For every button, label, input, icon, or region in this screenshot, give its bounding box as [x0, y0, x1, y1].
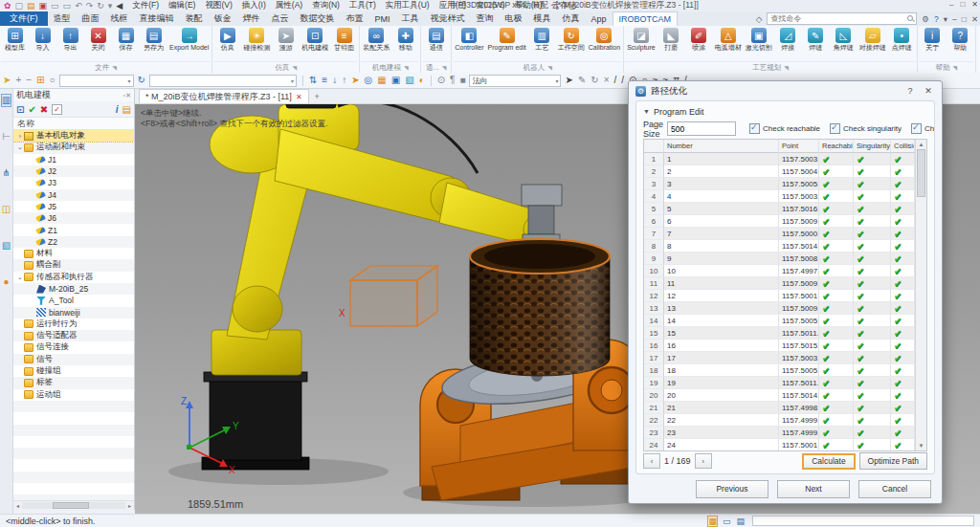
tree-item[interactable]: Z2 — [13, 236, 134, 248]
manager-strip-icon[interactable]: ▥ — [2, 95, 11, 106]
ribbon-button[interactable]: ✐ 喷涂 — [685, 27, 713, 53]
check-reachable-checkbox[interactable] — [749, 123, 760, 134]
table-row[interactable]: 23 23 1157.4999... — [644, 427, 915, 439]
table-row[interactable]: 10 10 1157.4997... — [644, 265, 915, 277]
pin-icon[interactable]: ◇ — [756, 14, 763, 24]
new-tab-button[interactable]: + — [309, 89, 325, 103]
ribbon-button[interactable]: ⊡ 机电建模 — [300, 27, 330, 53]
previous-button[interactable]: Previous — [696, 480, 768, 498]
table-row[interactable]: 3 3 1157.5005... — [644, 178, 915, 190]
optimize-path-button[interactable]: Optimize Path — [859, 452, 927, 470]
tree-item[interactable]: 信号适配器 — [13, 330, 134, 341]
table-row[interactable]: 6 6 1157.5009... — [644, 215, 915, 228]
tree-item[interactable]: J3 — [13, 177, 134, 188]
selection-combo[interactable]: ▾ — [149, 75, 297, 87]
ribbon-tab[interactable]: 点云 — [266, 11, 295, 26]
status-bar-icon[interactable]: ▤ — [736, 516, 745, 526]
toolbar-icon[interactable]: ▧ — [405, 75, 413, 86]
toolbar-icon[interactable]: × — [604, 75, 610, 86]
ribbon-button[interactable]: ∞ 装配关系 — [361, 27, 391, 53]
quick-access-icon[interactable]: ↶ — [75, 1, 82, 11]
tree-item[interactable]: J2 — [13, 165, 134, 177]
tree-item[interactable]: 信号 — [13, 354, 134, 365]
table-row[interactable]: 17 17 1157.5003... — [644, 352, 915, 364]
table-row[interactable]: 20 20 1157.5014... — [644, 389, 915, 402]
settings-gear-icon[interactable]: ⚙ — [922, 14, 929, 24]
ribbon-tab[interactable]: 曲面 — [77, 11, 105, 26]
expander-icon[interactable]: › — [16, 133, 24, 140]
ribbon-button[interactable]: ◣ 打磨 — [657, 27, 685, 53]
ribbon-button[interactable]: ⊞ 模型库 — [1, 27, 29, 53]
tree-item[interactable]: A_Tool — [13, 295, 134, 306]
menu-item[interactable]: 视图(V) — [205, 0, 232, 11]
quick-access-icon[interactable]: ↷ — [86, 1, 94, 11]
tree-item[interactable]: J5 — [13, 201, 134, 212]
scroll-down-icon[interactable]: ▼ — [916, 441, 926, 450]
table-row[interactable]: 5 5 1157.5016... — [644, 203, 915, 215]
ribbon-button[interactable]: ◧ Controller — [453, 27, 485, 53]
ribbon-button[interactable]: ↻ 工作空间 — [556, 27, 587, 53]
table-row[interactable]: 24 24 1157.5001... — [644, 439, 915, 450]
quick-access-icon[interactable]: ↻ — [97, 1, 104, 11]
ribbon-button[interactable]: ↑ 导出 — [56, 27, 84, 53]
manager-strip-icon[interactable]: ▧ — [2, 240, 11, 252]
table-header[interactable]: Number Point Reachability Singularity Co… — [644, 140, 915, 153]
ribbon-button[interactable]: ▤ 通信 — [422, 27, 450, 53]
tree-column-header[interactable]: 名称 — [13, 118, 134, 130]
group-launcher-icon[interactable]: ◥ — [112, 64, 117, 71]
ribbon-button[interactable]: △ 电弧增材 — [713, 27, 744, 53]
scroll-up-icon[interactable]: ▲ — [916, 140, 926, 149]
toolbar-icon[interactable]: / — [614, 75, 617, 86]
check-singularity-checkbox[interactable] — [830, 123, 840, 134]
ribbon-button[interactable]: ▦ 保存 — [112, 27, 140, 53]
dialog-close-icon[interactable]: ✕ — [922, 86, 935, 96]
table-body[interactable]: 1 1 1157.5003... 2 2 1157.5004... — [644, 153, 915, 450]
check-collision-checkbox[interactable] — [911, 123, 922, 134]
tree-item[interactable]: 材料 — [13, 248, 134, 259]
toolbar-icon[interactable]: ⊞ — [36, 75, 44, 86]
ribbon-button[interactable]: ▶ 仿真 — [213, 27, 241, 53]
ribbon-button[interactable]: ? 帮助 — [947, 27, 974, 53]
ribbon-button[interactable]: ▣ 激光切割 — [744, 27, 774, 53]
ribbon-button[interactable]: ▱ 对接焊缝 — [858, 27, 888, 53]
ribbon-button[interactable]: • 点焊缝 — [888, 27, 916, 53]
normal-direction-combo[interactable]: 法向▾ — [469, 75, 561, 87]
table-row[interactable]: 8 8 1157.5014... — [644, 240, 915, 253]
menu-item[interactable]: 文件(F) — [132, 0, 159, 11]
ribbon-button[interactable]: ◿ 焊接 — [774, 27, 802, 53]
ribbon-tab[interactable]: 视觉样式 — [425, 11, 471, 26]
prev-page-button[interactable]: ‹ — [643, 453, 660, 469]
next-page-button[interactable]: › — [695, 453, 712, 469]
table-row[interactable]: 14 14 1157.5005... — [644, 315, 915, 327]
help-icon[interactable]: ? — [934, 14, 939, 24]
quick-access-icon[interactable]: ▤ — [27, 1, 35, 11]
expander-icon[interactable]: ⌄ — [16, 143, 24, 151]
scrollbar-thumb[interactable] — [53, 502, 89, 509]
minimize-icon[interactable]: – — [949, 0, 953, 9]
ribbon-tab[interactable]: 查询 — [471, 11, 500, 26]
ribbon-button[interactable]: ◺ 角焊缝 — [830, 27, 858, 53]
toolbar-icon[interactable]: ↻ — [590, 75, 598, 86]
table-row[interactable]: 19 19 1157.5011... — [644, 377, 915, 389]
scroll-left-icon[interactable]: ◂ — [13, 502, 22, 509]
ribbon-tab[interactable]: 布置 — [341, 11, 369, 26]
tree-item[interactable]: bianweiji — [13, 306, 134, 318]
ribbon-tab[interactable]: IROBOTCAM — [612, 11, 679, 26]
cancel-x-icon[interactable]: ✖ — [40, 104, 48, 115]
filter-combo[interactable]: ▾ — [59, 75, 134, 87]
status-input[interactable] — [752, 516, 974, 526]
tree-item[interactable]: 运行时行为 — [13, 318, 134, 330]
toolbar-icon[interactable]: ↑ — [342, 75, 346, 86]
close-icon[interactable]: ✕ — [971, 0, 978, 9]
table-scrollbar[interactable]: ▲ ▼ — [915, 140, 926, 450]
document-tab[interactable]: * M_20iB变位机焊接管理程序.Z3 - [11] ✕ — [139, 89, 309, 103]
ribbon-button[interactable]: → Export Model — [167, 27, 211, 53]
calculate-button[interactable]: Calculate — [802, 453, 855, 470]
ribbon-tab[interactable]: 仿真 — [557, 11, 586, 26]
table-row[interactable]: 1 1 1157.5003... — [644, 153, 915, 165]
ribbon-button[interactable]: ☀ 碰撞检测 — [241, 27, 272, 53]
toolbar-icon[interactable]: ↓ — [332, 75, 337, 86]
tree-item[interactable]: 运动组 — [13, 389, 134, 401]
file-menu-button[interactable]: 文件(F) — [0, 11, 48, 26]
ribbon-button[interactable]: ≡ 甘特图 — [330, 27, 358, 53]
